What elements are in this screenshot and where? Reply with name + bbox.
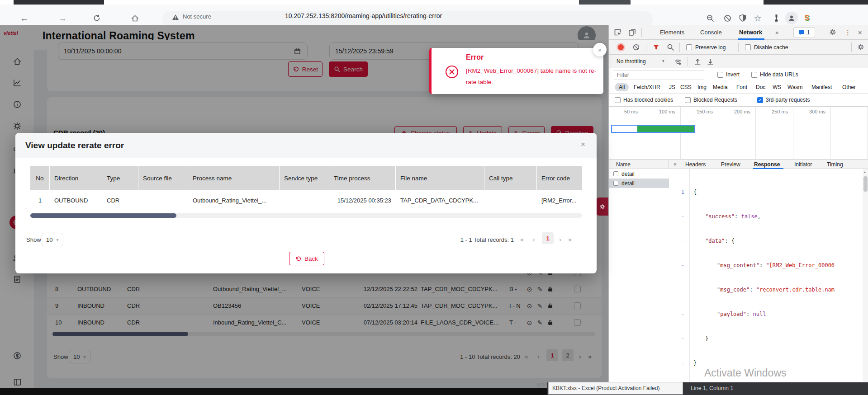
disable-cache-checkbox[interactable] <box>745 44 751 50</box>
filter-manifest[interactable]: Manifest <box>811 84 832 90</box>
browser-profile-button[interactable] <box>785 12 798 24</box>
filter-other[interactable]: Other <box>842 84 856 90</box>
shield-button[interactable] <box>736 12 749 24</box>
device-toolbar-button[interactable] <box>628 28 636 38</box>
tab-network-active[interactable]: Network <box>739 29 762 36</box>
excel-tooltip-text: KBKT.xlsx - Excel (Product Activation Fa… <box>552 385 659 391</box>
third-party-requests-checkbox[interactable]: ✓ <box>757 97 763 103</box>
bookmark-star-button[interactable]: ☆ <box>751 12 764 24</box>
json-value: null <box>753 311 766 317</box>
json-value: false <box>741 213 757 220</box>
modal-hscrollbar-track[interactable] <box>30 213 582 218</box>
modal-page-size-select[interactable]: 10 ▾ <box>42 233 63 246</box>
request-row-selected[interactable]: detail <box>609 179 669 188</box>
has-blocked-cookies-checkbox[interactable] <box>615 97 621 103</box>
filter-media[interactable]: Media <box>713 84 728 90</box>
tab-initiator[interactable]: Initiator <box>794 161 812 168</box>
hide-data-urls-checkbox[interactable] <box>751 72 757 78</box>
tab-fragment <box>764 0 868 5</box>
security-label[interactable]: Not secure <box>183 13 211 20</box>
more-tabs-button[interactable]: » <box>775 29 778 36</box>
modal-hscrollbar-thumb[interactable] <box>30 213 176 218</box>
filter-js[interactable]: JS <box>669 84 675 90</box>
issues-badge[interactable]: 1 <box>793 27 815 38</box>
filter-doc[interactable]: Doc <box>756 84 765 90</box>
preserve-log-checkbox[interactable] <box>686 44 692 50</box>
home-button[interactable] <box>128 12 141 24</box>
network-settings-button[interactable] <box>857 43 865 52</box>
invert-checkbox[interactable] <box>717 72 723 78</box>
back-button[interactable]: Back <box>289 252 324 265</box>
network-conditions-button[interactable] <box>674 58 682 67</box>
tab-headers[interactable]: Headers <box>685 161 706 168</box>
refresh-button[interactable] <box>90 12 103 24</box>
devtools-menu-button[interactable]: ⋮ <box>844 28 851 37</box>
blocked-requests-label[interactable]: Blocked Requests <box>693 97 737 103</box>
request-checkbox[interactable] <box>613 171 618 176</box>
has-blocked-cookies-label[interactable]: Has blocked cookies <box>623 97 673 103</box>
inspect-element-button[interactable] <box>613 28 622 38</box>
overview-selection[interactable] <box>611 125 695 133</box>
invert-label[interactable]: Invert <box>726 71 740 78</box>
gutter-fold: - <box>669 359 684 367</box>
filter-wasm[interactable]: Wasm <box>787 84 803 90</box>
throttling-select[interactable]: No throttling <box>617 58 646 65</box>
devtools-settings-button[interactable] <box>829 28 837 38</box>
response-json[interactable]: { "success": false, "data": { "msg_conte… <box>693 172 861 383</box>
tab-timing[interactable]: Timing <box>827 161 843 168</box>
blocked-content-button[interactable] <box>721 12 734 24</box>
activate-windows-watermark: Activate Windows <box>704 367 787 379</box>
modal-table-row[interactable]: 1 OUTBOUND CDR Outbound_Rating_Viettel_.… <box>30 190 582 210</box>
third-party-requests-label[interactable]: 3rd-party requests <box>766 97 810 103</box>
filter-css[interactable]: CSS <box>680 84 692 90</box>
extension-s-logo[interactable]: S <box>801 12 813 24</box>
back-button[interactable]: ← <box>18 12 31 24</box>
modal-page-1-button[interactable]: 1 <box>542 232 554 244</box>
filter-fetch-xhr[interactable]: Fetch/XHR <box>634 84 660 90</box>
search-button[interactable] <box>667 43 674 52</box>
clear-button[interactable] <box>632 43 640 52</box>
scroll-up-arrow[interactable]: ▴ <box>864 170 866 174</box>
tab-response-active[interactable]: Response <box>754 161 780 168</box>
request-checkbox[interactable] <box>613 181 618 186</box>
devtools-close-button[interactable]: × <box>858 28 862 36</box>
import-har-button[interactable] <box>694 57 702 66</box>
tick-300ms: 300 ms <box>809 109 825 114</box>
export-har-button[interactable] <box>707 57 714 66</box>
toast-close-button[interactable]: × <box>593 43 607 56</box>
modal-last-page-button[interactable]: » <box>568 236 572 243</box>
json-line: "msg_code": "reconvert.cdr.table.nam <box>693 286 861 294</box>
json-line: } <box>693 334 861 343</box>
blocked-filter-bar: Has blocked cookies Blocked Requests ✓ 3… <box>609 94 868 107</box>
filter-img[interactable]: Img <box>697 84 707 90</box>
modal-first-page-button[interactable]: « <box>520 236 524 243</box>
url-text[interactable]: 10.207.252.135:8200/roaming-app/utilitie… <box>285 12 442 19</box>
tab-elements[interactable]: Elements <box>660 29 684 36</box>
floating-settings-button[interactable] <box>596 198 608 216</box>
disable-cache-label[interactable]: Disable cache <box>754 44 788 51</box>
close-detail-button[interactable]: × <box>674 161 677 168</box>
response-vscrollbar[interactable]: ▴ ▾ <box>863 169 868 395</box>
record-button[interactable] <box>618 44 624 50</box>
modal-next-page-button[interactable]: › <box>559 236 561 243</box>
filter-ws[interactable]: WS <box>773 84 781 90</box>
cell-type: CDR <box>102 190 138 210</box>
vscrollbar-thumb[interactable] <box>863 176 868 192</box>
hide-data-urls-label[interactable]: Hide data URLs <box>760 71 798 78</box>
tab-preview[interactable]: Preview <box>721 161 740 168</box>
tab-console[interactable]: Console <box>700 29 722 36</box>
forward-button[interactable]: → <box>56 12 69 24</box>
blocked-requests-checkbox[interactable] <box>685 97 691 103</box>
preserve-log-label[interactable]: Preserve log <box>695 44 726 51</box>
modal-prev-page-button[interactable]: ‹ <box>533 236 535 243</box>
toast-title: Error <box>466 53 484 61</box>
request-row[interactable]: detail <box>609 169 669 179</box>
modal-close-button[interactable]: × <box>581 140 585 149</box>
extension-flask-button[interactable] <box>770 12 783 24</box>
filter-all[interactable]: All <box>615 83 629 91</box>
filter-toggle-button[interactable] <box>652 43 660 52</box>
filter-input[interactable] <box>614 70 704 80</box>
name-column-header[interactable]: Name <box>616 161 631 168</box>
zoom-out-button[interactable] <box>704 12 716 24</box>
filter-font[interactable]: Font <box>736 84 747 90</box>
